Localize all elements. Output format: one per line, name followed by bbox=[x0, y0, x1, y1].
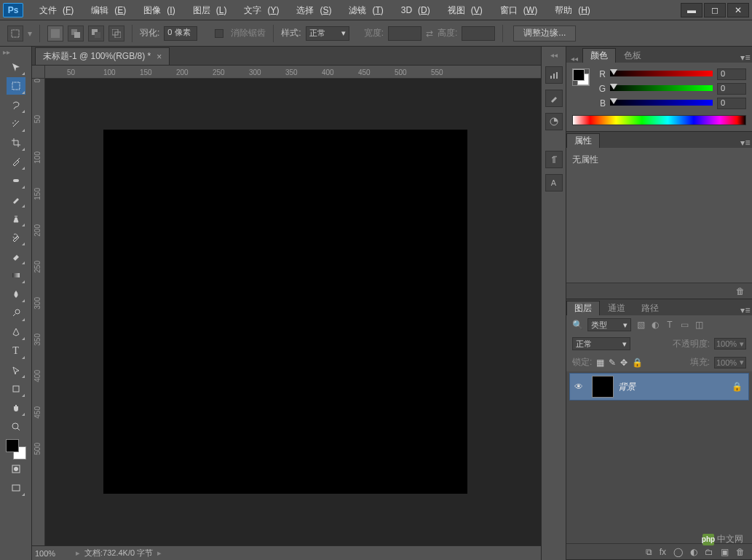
healing-brush-tool[interactable] bbox=[7, 172, 25, 189]
layer-item-background[interactable]: 👁 背景 🔒 bbox=[569, 373, 749, 401]
dock-character-icon[interactable]: A bbox=[545, 174, 563, 192]
gradient-tool[interactable] bbox=[7, 267, 25, 284]
refine-edge-button[interactable]: 调整边缘... bbox=[513, 25, 576, 42]
menu-image[interactable]: 图像(I) bbox=[132, 0, 181, 20]
crop-tool[interactable] bbox=[7, 134, 25, 151]
menu-help[interactable]: 帮助(H) bbox=[543, 0, 596, 20]
dock-brush-icon[interactable] bbox=[545, 90, 563, 107]
b-input[interactable]: 0 bbox=[717, 98, 746, 109]
close-tab-icon[interactable]: × bbox=[157, 52, 162, 62]
minimize-button[interactable]: ▬ bbox=[681, 3, 702, 17]
shape-tool[interactable] bbox=[7, 380, 25, 398]
menu-window[interactable]: 窗口(W) bbox=[488, 0, 543, 20]
document-tab[interactable]: 未标题-1 @ 100%(RGB/8) * × bbox=[35, 47, 170, 65]
panel-collapse-icon[interactable]: ◂◂ bbox=[566, 55, 582, 63]
feather-input[interactable]: 0 像素 bbox=[164, 26, 197, 41]
dock-histogram-icon[interactable] bbox=[545, 66, 563, 84]
eyedropper-tool[interactable] bbox=[7, 153, 25, 170]
filter-shape-icon[interactable]: ▭ bbox=[679, 320, 689, 330]
menu-filter[interactable]: 滤镜(T) bbox=[337, 0, 389, 20]
toolbox-expand-icon[interactable]: ▸▸ bbox=[3, 48, 10, 56]
brush-tool[interactable] bbox=[7, 191, 25, 208]
dodge-tool[interactable] bbox=[7, 304, 25, 322]
panel-menu-icon[interactable]: ▾≡ bbox=[739, 305, 752, 315]
trash-icon[interactable]: 🗑 bbox=[736, 286, 745, 296]
filter-smart-icon[interactable]: ◫ bbox=[694, 320, 704, 330]
tool-preset-icon[interactable] bbox=[7, 25, 23, 42]
search-icon[interactable]: 🔍 bbox=[572, 320, 583, 330]
layer-mask-icon[interactable]: ◯ bbox=[673, 547, 683, 557]
delete-layer-icon[interactable]: 🗑 bbox=[736, 547, 745, 557]
path-selection-tool[interactable] bbox=[7, 361, 25, 379]
adjustment-layer-icon[interactable]: ◐ bbox=[690, 547, 697, 557]
move-tool[interactable] bbox=[7, 58, 25, 76]
screen-mode-tool[interactable] bbox=[7, 479, 25, 497]
lasso-tool[interactable] bbox=[7, 96, 25, 114]
close-button[interactable]: ✕ bbox=[727, 3, 749, 17]
menu-select[interactable]: 选择(S) bbox=[285, 0, 337, 20]
color-spectrum[interactable] bbox=[572, 115, 746, 125]
opacity-input[interactable]: 100%▾ bbox=[714, 338, 746, 350]
menu-type[interactable]: 文字(Y) bbox=[232, 0, 285, 20]
foreground-color-swatch[interactable] bbox=[6, 439, 19, 452]
tab-properties[interactable]: 属性 bbox=[566, 133, 600, 148]
dock-collapse-icon[interactable]: ◂◂ bbox=[550, 51, 558, 59]
menu-3d[interactable]: 3D(D) bbox=[389, 0, 436, 20]
filter-type-icon[interactable]: T bbox=[665, 320, 675, 330]
status-menu2-icon[interactable]: ▸ bbox=[157, 548, 162, 558]
filter-pixel-icon[interactable]: ▧ bbox=[636, 320, 646, 330]
filter-adjust-icon[interactable]: ◐ bbox=[650, 320, 660, 330]
r-input[interactable]: 0 bbox=[717, 68, 746, 80]
status-menu-icon[interactable]: ▸ bbox=[76, 548, 80, 558]
canvas-viewport[interactable] bbox=[45, 79, 541, 545]
tab-paths[interactable]: 路径 bbox=[633, 301, 667, 315]
layer-filter-select[interactable]: 类型▾ bbox=[587, 318, 631, 331]
panel-menu-icon[interactable]: ▾≡ bbox=[739, 52, 752, 63]
style-select[interactable]: 正常▾ bbox=[306, 26, 349, 41]
marquee-tool[interactable] bbox=[7, 77, 25, 95]
layer-style-icon[interactable]: fx bbox=[660, 547, 666, 557]
history-brush-tool[interactable] bbox=[7, 229, 25, 246]
quick-mask-tool[interactable] bbox=[7, 460, 25, 478]
selection-new-icon[interactable] bbox=[47, 25, 63, 42]
fill-input[interactable]: 100%▾ bbox=[714, 357, 746, 368]
type-tool[interactable]: T bbox=[7, 342, 25, 360]
lock-position-icon[interactable]: ✥ bbox=[620, 358, 628, 368]
g-slider[interactable] bbox=[610, 85, 713, 92]
b-slider[interactable] bbox=[610, 100, 713, 107]
selection-subtract-icon[interactable] bbox=[88, 25, 104, 42]
eraser-tool[interactable] bbox=[7, 248, 25, 265]
selection-add-icon[interactable] bbox=[68, 25, 84, 42]
menu-layer[interactable]: 图层(L) bbox=[181, 0, 233, 20]
magic-wand-tool[interactable] bbox=[7, 115, 25, 133]
menu-view[interactable]: 视图(V) bbox=[436, 0, 488, 20]
lock-pixels-icon[interactable]: ✎ bbox=[609, 358, 616, 368]
blur-tool[interactable] bbox=[7, 285, 25, 303]
color-swatches[interactable] bbox=[6, 439, 26, 460]
tab-color[interactable]: 颜色 bbox=[582, 48, 616, 63]
tab-layers[interactable]: 图层 bbox=[566, 301, 600, 315]
hand-tool[interactable] bbox=[7, 399, 25, 417]
blend-mode-select[interactable]: 正常▾ bbox=[572, 337, 630, 350]
panel-menu-icon[interactable]: ▾≡ bbox=[739, 138, 752, 148]
lock-all-icon[interactable]: 🔒 bbox=[632, 358, 643, 368]
selection-intersect-icon[interactable] bbox=[108, 25, 124, 42]
layer-name[interactable]: 背景 bbox=[618, 381, 636, 393]
r-slider[interactable] bbox=[610, 71, 713, 78]
color-mini-swatch[interactable] bbox=[572, 68, 590, 86]
menu-edit[interactable]: 编辑(E) bbox=[79, 0, 132, 20]
clone-stamp-tool[interactable] bbox=[7, 210, 25, 227]
g-input[interactable]: 0 bbox=[717, 83, 746, 95]
layer-filter-icons[interactable]: ▧ ◐ T ▭ ◫ bbox=[636, 320, 704, 330]
visibility-icon[interactable]: 👁 bbox=[570, 382, 587, 392]
dock-adjustments-icon[interactable] bbox=[545, 113, 563, 130]
link-layers-icon[interactable]: ⧉ bbox=[646, 547, 652, 557]
tab-channels[interactable]: 通道 bbox=[600, 301, 633, 315]
dock-paragraph-icon[interactable] bbox=[545, 151, 563, 168]
ruler-horizontal[interactable]: 50 100 150 200 250 300 350 400 450 500 5… bbox=[45, 66, 541, 79]
pen-tool[interactable] bbox=[7, 323, 25, 341]
ruler-vertical[interactable]: 0 50 100 150 200 250 300 350 400 450 500 bbox=[32, 79, 45, 545]
menu-file[interactable]: 文件(F) bbox=[28, 0, 79, 20]
zoom-display[interactable]: 100% bbox=[35, 549, 71, 558]
tab-swatches[interactable]: 色板 bbox=[616, 48, 649, 63]
